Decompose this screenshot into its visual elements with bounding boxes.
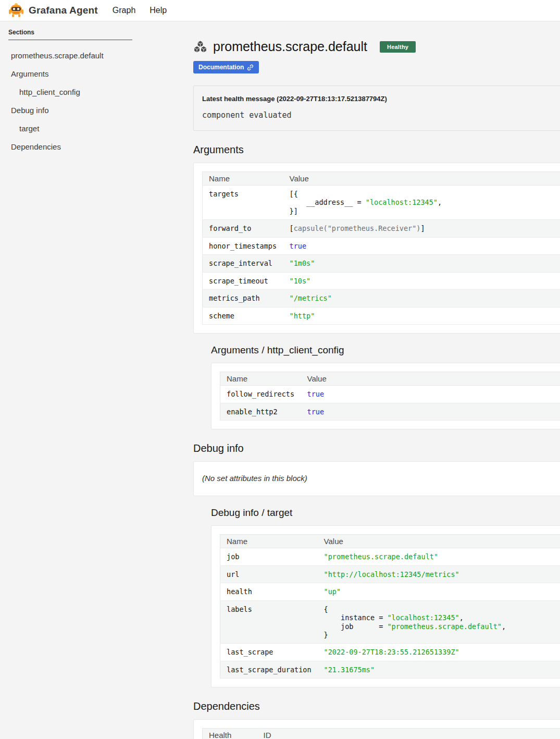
link-icon: [247, 64, 254, 71]
table-row: targets[{ __address__ = "localhost:12345…: [203, 186, 560, 220]
column-header-name: Name: [203, 172, 283, 186]
sidebar-item-http-client-config[interactable]: http_client_config: [8, 83, 132, 101]
row-name: last_scrape_duration: [220, 661, 318, 678]
table-row: scheme"http": [203, 307, 560, 324]
section-arguments-http-client-config: Arguments / http_client_configNameValuef…: [211, 344, 560, 429]
column-header-name: Name: [220, 372, 301, 386]
row-name: health: [220, 583, 318, 600]
table-row: follow_redirectstrue: [220, 386, 560, 403]
table-row: honor_timestampstrue: [203, 237, 560, 254]
app-logo[interactable]: Grafana Agent: [8, 2, 98, 19]
sections-root: ArgumentsNameValuetargets[{ __address__ …: [193, 144, 560, 739]
table-row: forward_to[capsule("prometheus.Receiver"…: [203, 220, 560, 237]
section-heading-debug-info: Debug info: [193, 442, 560, 454]
row-value: true: [283, 237, 560, 254]
row-value: "1m0s": [283, 255, 560, 272]
section-card-arguments: NameValuetargets[{ __address__ = "localh…: [193, 163, 560, 334]
arguments-http-client-config-table: NameValuefollow_redirectstrueenable_http…: [220, 372, 560, 421]
row-name: scrape_timeout: [203, 272, 283, 289]
page-title-row: prometheus.scrape.default Healthy: [193, 39, 560, 54]
row-name: honor_timestamps: [203, 237, 283, 254]
row-value: "10s": [283, 272, 560, 289]
row-value: "up": [318, 583, 560, 600]
section-heading-arguments: Arguments: [193, 144, 560, 156]
row-value: [capsule("prometheus.Receiver")]: [283, 220, 560, 237]
row-name: scrape_interval: [203, 255, 283, 272]
table-row: last_scrape_duration"21.31675ms": [220, 661, 560, 678]
row-value: "2022-09-27T18:23:55.212651339Z": [318, 644, 560, 661]
row-name: scheme: [203, 307, 283, 324]
app-logo-text: Grafana Agent: [29, 5, 98, 16]
nav-graph[interactable]: Graph: [113, 6, 135, 15]
sidebar-item-target[interactable]: target: [8, 119, 132, 138]
row-value: true: [301, 386, 560, 403]
section-card-arguments-http-client-config: NameValuefollow_redirectstrueenable_http…: [211, 363, 560, 429]
column-header-value: Value: [301, 372, 560, 386]
section-debug-info: Debug info(No set attributes in this blo…: [193, 442, 560, 496]
section-arguments: ArgumentsNameValuetargets[{ __address__ …: [193, 144, 560, 334]
grafana-agent-logo-icon: [8, 2, 24, 19]
documentation-button-label: Documentation: [198, 64, 244, 71]
nav-help[interactable]: Help: [150, 6, 167, 15]
sidebar-item-prometheus-scrape-default[interactable]: prometheus.scrape.default: [8, 46, 132, 65]
documentation-button[interactable]: Documentation: [193, 61, 259, 73]
sidebar: Sections prometheus.scrape.defaultArgume…: [0, 21, 135, 739]
table-row: scrape_interval"1m0s": [203, 255, 560, 272]
health-message-label: Latest health message (2022-09-27T18:13:…: [202, 95, 560, 103]
app-header: Grafana Agent Graph Help: [0, 0, 560, 21]
row-name: metrics_path: [203, 290, 283, 307]
table-row: url"http://localhost:12345/metrics": [220, 565, 560, 583]
row-name: follow_redirects: [220, 386, 301, 403]
health-message-box: Latest health message (2022-09-27T18:13:…: [193, 85, 560, 131]
table-row: scrape_timeout"10s": [203, 272, 560, 289]
health-message-text: component evaluated: [202, 110, 560, 120]
dependencies-table: HealthIDHealthyprometheus.remote_write.p…: [202, 728, 560, 739]
row-value: "http://localhost:12345/metrics": [318, 565, 560, 583]
section-heading-debug-info-target: Debug info / target: [211, 507, 560, 519]
section-card-debug-info: (No set attributes in this block): [193, 461, 560, 496]
sidebar-item-dependencies[interactable]: Dependencies: [8, 138, 132, 156]
row-name: labels: [220, 600, 318, 644]
sidebar-item-debug-info[interactable]: Debug info: [8, 101, 132, 119]
column-header-value: Value: [318, 535, 560, 548]
row-name: targets: [203, 186, 283, 220]
section-heading-arguments-http-client-config: Arguments / http_client_config: [211, 344, 560, 356]
row-value: "21.31675ms": [318, 661, 560, 678]
sidebar-list: prometheus.scrape.defaultArgumentshttp_c…: [8, 46, 132, 156]
table-row: labels{ instance = "localhost:12345", jo…: [220, 600, 560, 644]
health-badge: Healthy: [380, 41, 416, 53]
arguments-table: NameValuetargets[{ __address__ = "localh…: [202, 171, 560, 325]
row-name: url: [220, 565, 318, 583]
row-name: enable_http2: [220, 403, 301, 420]
row-name: last_scrape: [220, 644, 318, 661]
top-nav: Graph Help: [113, 6, 167, 15]
column-header-health: Health: [203, 729, 257, 739]
section-card-debug-info-target: NameValuejob"prometheus.scrape.default"u…: [211, 525, 560, 687]
table-row: health"up": [220, 583, 560, 600]
table-row: metrics_path"/metrics": [203, 290, 560, 307]
row-value: { instance = "localhost:12345", job = "p…: [318, 600, 560, 644]
empty-note: (No set attributes in this block): [202, 470, 560, 487]
row-name: job: [220, 548, 318, 565]
cubes-icon: [193, 40, 207, 53]
section-heading-dependencies: Dependencies: [193, 700, 560, 712]
sections-title: Sections: [8, 29, 132, 40]
row-value: [{ __address__ = "localhost:12345", }]: [283, 186, 560, 220]
row-value: true: [301, 403, 560, 420]
column-header-value: Value: [283, 172, 560, 186]
table-row: job"prometheus.scrape.default": [220, 548, 560, 565]
row-value: "http": [283, 307, 560, 324]
row-value: "/metrics": [283, 290, 560, 307]
row-value: "prometheus.scrape.default": [318, 548, 560, 565]
table-row: last_scrape"2022-09-27T18:23:55.21265133…: [220, 644, 560, 661]
section-debug-info-target: Debug info / targetNameValuejob"promethe…: [211, 507, 560, 687]
row-name: forward_to: [203, 220, 283, 237]
section-card-dependencies: HealthIDHealthyprometheus.remote_write.p…: [193, 719, 560, 739]
main-content: prometheus.scrape.default Healthy Docume…: [135, 21, 560, 739]
table-row: enable_http2true: [220, 403, 560, 420]
column-header-id: ID: [257, 729, 560, 739]
sidebar-item-arguments[interactable]: Arguments: [8, 65, 132, 83]
debug-info-target-table: NameValuejob"prometheus.scrape.default"u…: [220, 534, 560, 679]
page-title: prometheus.scrape.default: [213, 39, 367, 54]
column-header-name: Name: [220, 535, 318, 548]
